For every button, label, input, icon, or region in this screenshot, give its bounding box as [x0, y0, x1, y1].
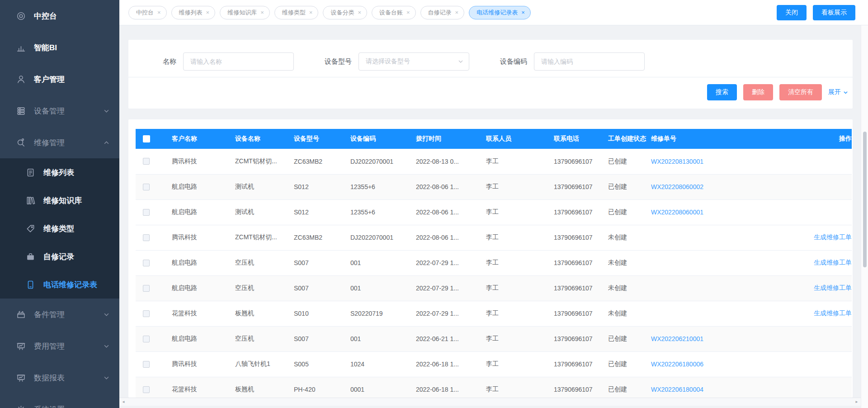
sidebar-item[interactable]: 中控台	[0, 0, 119, 32]
tab[interactable]: 设备台账×	[372, 6, 416, 19]
sidebar-subitem-label: 自修记录	[43, 251, 74, 262]
row-checkbox[interactable]	[143, 209, 150, 216]
column-header: 拨打时间	[416, 129, 486, 149]
cell-order: WX202208060001	[651, 199, 746, 225]
cell-action	[746, 149, 852, 174]
tab[interactable]: 维修列表×	[171, 6, 216, 19]
repair-order-link[interactable]: WX202208060001	[651, 209, 703, 216]
repair-order-link[interactable]: WX202208130001	[651, 158, 703, 165]
vertical-scrollbar[interactable]	[861, 25, 868, 408]
column-header: 操作	[746, 129, 852, 149]
cell-code: 12355+6	[350, 174, 416, 199]
tab-close-icon[interactable]: ×	[157, 9, 161, 16]
cell-contact: 李工	[486, 351, 554, 377]
delete-button[interactable]: 删除	[743, 84, 773, 100]
tab-close-icon[interactable]: ×	[358, 9, 361, 16]
tab-label: 设备分类	[330, 9, 354, 17]
tab[interactable]: 电话维修记录表×	[469, 6, 531, 19]
tab[interactable]: 中控台×	[128, 6, 167, 19]
tab-close-icon[interactable]: ×	[260, 9, 264, 16]
model-select[interactable]: 请选择设备型号	[359, 52, 469, 71]
cell-order: WX202206180004	[651, 377, 746, 398]
expand-toggle[interactable]: 展开	[828, 88, 848, 96]
sidebar-item[interactable]: 维修管理	[0, 127, 119, 158]
sidebar-subitem[interactable]: 维修类型	[0, 214, 119, 242]
tab-close-icon[interactable]: ×	[455, 9, 459, 16]
cell-device: ZCMT铝材切...	[235, 149, 294, 174]
sidebar-subitem[interactable]: 电话维修记录表	[0, 270, 119, 299]
sidebar-item[interactable]: 费用管理	[0, 330, 119, 362]
tab-label: 维修类型	[282, 9, 306, 17]
search-button[interactable]: 搜索	[707, 84, 737, 100]
cell-action	[746, 351, 852, 377]
clear-all-button[interactable]: 清空所有	[779, 84, 822, 100]
generate-order-link[interactable]: 生成维修工单	[814, 259, 852, 266]
horizontal-scrollbar[interactable]: ◄ ►	[119, 398, 861, 406]
tab[interactable]: 维修知识库×	[220, 6, 270, 19]
column-header: 设备名称	[235, 129, 294, 149]
cell-time: 2022-06-21 1...	[416, 326, 486, 351]
cell-action	[746, 377, 852, 398]
tab[interactable]: 设备分类×	[323, 6, 367, 19]
sidebar-item[interactable]: 客户管理	[0, 63, 119, 95]
cell-phone: 13790696107	[554, 351, 608, 377]
cell-customer: 腾讯科技	[172, 149, 235, 174]
select-all-checkbox[interactable]	[143, 135, 150, 142]
table-body: 腾讯科技ZCMT铝材切...ZC63MB2DJ20220700012022-08…	[136, 149, 852, 398]
search-form: 名称 设备型号 请选择设备型号 设备编码	[128, 40, 853, 71]
repair-order-link[interactable]: WX202206180004	[651, 386, 703, 393]
code-label: 设备编码	[500, 57, 534, 66]
code-input[interactable]	[534, 52, 645, 71]
tab-close-icon[interactable]: ×	[521, 9, 525, 16]
main-area: 中控台×维修列表×维修知识库×维修类型×设备分类×设备台账×自修记录×电话维修记…	[119, 0, 868, 408]
row-checkbox[interactable]	[143, 285, 150, 292]
scroll-left-arrow-icon[interactable]: ◄	[122, 400, 125, 404]
cell-time: 2022-08-06 1...	[416, 225, 486, 250]
generate-order-link[interactable]: 生成维修工单	[814, 233, 852, 241]
repair-order-link[interactable]: WX202208060002	[651, 183, 703, 190]
row-checkbox[interactable]	[143, 361, 150, 368]
tab-close-icon[interactable]: ×	[309, 9, 313, 16]
tab-label: 电话维修记录表	[476, 9, 518, 17]
table-row: 航启电路空压机S0070012022-06-21 1...李工137906961…	[136, 326, 852, 351]
row-checkbox[interactable]	[143, 260, 150, 266]
row-checkbox[interactable]	[143, 336, 150, 342]
scroll-right-arrow-icon[interactable]: ►	[855, 400, 859, 404]
sidebar-item[interactable]: 智能BI	[0, 32, 119, 63]
tab[interactable]: 自修记录×	[420, 6, 465, 19]
chevron-up-icon	[104, 140, 109, 146]
generate-order-link[interactable]: 生成维修工单	[814, 284, 852, 291]
repair-order-link[interactable]: WX202206180006	[651, 361, 703, 368]
tab-close-icon[interactable]: ×	[206, 9, 210, 16]
sidebar-item[interactable]: 备件管理	[0, 299, 119, 330]
sidebar-item-label: 中控台	[34, 11, 57, 21]
row-checkbox[interactable]	[143, 386, 150, 393]
row-checkbox[interactable]	[143, 184, 150, 190]
row-checkbox[interactable]	[143, 158, 150, 165]
cell-model: PH-420	[294, 377, 350, 398]
repair-order-link[interactable]: WX202206210001	[651, 335, 703, 342]
sidebar-item[interactable]: 数据报表	[0, 362, 119, 394]
report-board-icon	[16, 373, 27, 383]
cell-device: 板翘机	[235, 377, 294, 398]
chevron-down-icon	[104, 343, 109, 349]
cell-contact: 李工	[486, 174, 554, 199]
cell-contact: 李工	[486, 199, 554, 225]
close-button[interactable]: 关闭	[777, 5, 807, 20]
sidebar-subitem[interactable]: 维修知识库	[0, 186, 119, 214]
sidebar-item[interactable]: 系统设置	[0, 394, 119, 408]
tab-close-icon[interactable]: ×	[406, 9, 410, 16]
cell-status: 未创建	[608, 301, 651, 326]
vertical-scrollbar-thumb[interactable]	[863, 132, 867, 267]
table-header-row: 客户名称设备名称设备型号设备编码拨打时间联系人员联系电话工单创建状态维修单号操作	[136, 129, 852, 149]
sidebar-subitem[interactable]: 维修列表	[0, 158, 119, 186]
generate-order-link[interactable]: 生成维修工单	[814, 309, 852, 317]
row-checkbox[interactable]	[143, 234, 150, 241]
tab[interactable]: 维修类型×	[274, 6, 319, 19]
name-input[interactable]	[183, 52, 294, 71]
board-display-button[interactable]: 看板展示	[813, 5, 855, 20]
row-checkbox[interactable]	[143, 310, 150, 317]
sidebar-item[interactable]: 设备管理	[0, 95, 119, 127]
list-icon	[26, 167, 37, 177]
sidebar-subitem[interactable]: 自修记录	[0, 242, 119, 270]
